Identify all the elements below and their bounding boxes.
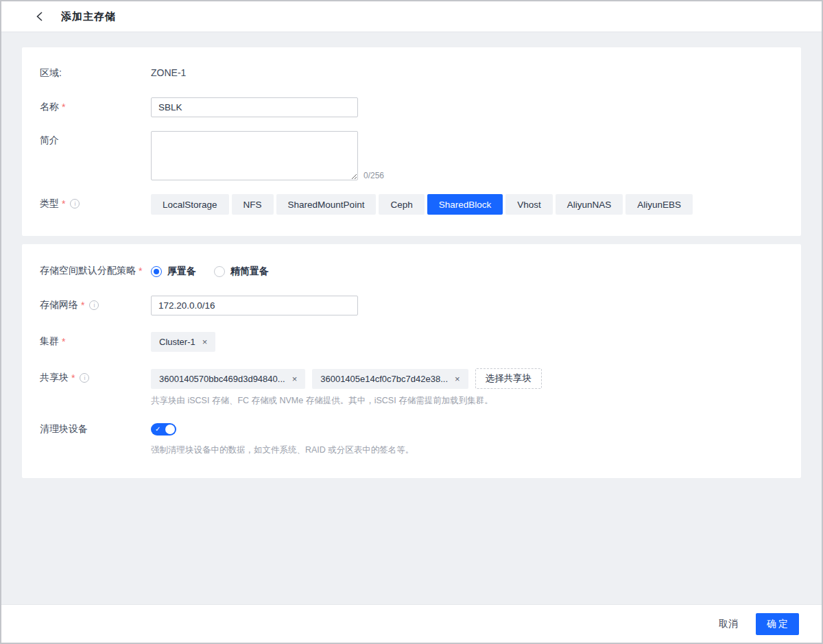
- type-option-localstorage[interactable]: LocalStorage: [151, 194, 229, 215]
- toggle-check-icon: ✓: [155, 425, 160, 434]
- shared-block-info-icon[interactable]: i: [80, 373, 89, 383]
- remove-cluster-tag-icon[interactable]: ×: [202, 337, 208, 346]
- radio-thin-provision[interactable]: 精简置备: [214, 265, 269, 278]
- type-row: 类型* i LocalStorage NFS SharedMountPoint …: [40, 194, 783, 215]
- network-row: 存储网络* i: [40, 296, 783, 315]
- remove-shared-block-tag-icon[interactable]: ×: [455, 374, 460, 383]
- type-option-sharedblock[interactable]: SharedBlock: [427, 194, 503, 215]
- back-chevron-icon: [36, 11, 43, 22]
- network-info-icon[interactable]: i: [89, 300, 99, 310]
- char-counter: 0/256: [363, 171, 384, 180]
- confirm-button[interactable]: 确定: [756, 613, 799, 635]
- type-label: 类型* i: [40, 194, 151, 210]
- zone-value: ZONE-1: [151, 67, 186, 78]
- type-option-ceph[interactable]: Ceph: [379, 194, 424, 215]
- basic-info-card: 区域: ZONE-1 名称* 简介 0/256 类型* i LocalStora…: [22, 47, 801, 236]
- cancel-button[interactable]: 取消: [719, 618, 738, 630]
- name-row: 名称*: [40, 97, 783, 117]
- allocation-label: 存储空间默认分配策略*: [40, 265, 151, 277]
- type-option-vhost[interactable]: Vhost: [505, 194, 553, 215]
- zone-label: 区域:: [40, 67, 151, 80]
- remove-shared-block-tag-icon[interactable]: ×: [292, 374, 298, 383]
- storage-network-input[interactable]: [151, 296, 358, 315]
- description-row: 简介 0/256: [40, 131, 783, 180]
- zone-row: 区域: ZONE-1: [40, 67, 783, 80]
- wipe-row: 清理块设备 ✓ 强制清理块设备中的数据，如文件系统、RAID 或分区表中的签名等…: [40, 423, 783, 456]
- shared-block-tag: 36001405e14cf0c7bc7d42e38... ×: [312, 369, 468, 389]
- page-title: 添加主存储: [61, 10, 116, 23]
- type-info-icon[interactable]: i: [70, 199, 80, 208]
- network-label: 存储网络* i: [40, 296, 151, 311]
- action-footer: 取消 确定: [1, 604, 822, 643]
- name-input[interactable]: [151, 97, 358, 117]
- description-label: 简介: [40, 131, 151, 147]
- shared-block-help-text: 共享块由 iSCSI 存储、FC 存储或 NVMe 存储提供。其中，iSCSI …: [151, 395, 542, 407]
- cluster-tag: Cluster-1 ×: [151, 332, 215, 352]
- required-asterisk: *: [62, 102, 65, 112]
- required-asterisk: *: [62, 198, 65, 209]
- radio-unselected-icon: [214, 266, 225, 277]
- radio-selected-icon: [151, 266, 162, 277]
- required-asterisk: *: [81, 300, 84, 311]
- cluster-label: 集群*: [40, 332, 151, 348]
- storage-type-selector: LocalStorage NFS SharedMountPoint Ceph S…: [151, 194, 693, 215]
- select-shared-block-button[interactable]: 选择共享块: [475, 368, 542, 389]
- allocation-row: 存储空间默认分配策略* 厚置备 精简置备: [40, 265, 783, 278]
- type-option-aliyunnas[interactable]: AliyunNAS: [556, 194, 623, 215]
- type-option-sharedmountpoint[interactable]: SharedMountPoint: [276, 194, 377, 215]
- cluster-row: 集群* Cluster-1 ×: [40, 332, 783, 352]
- wipe-toggle[interactable]: ✓: [151, 423, 176, 436]
- page-header: 添加主存储: [1, 1, 822, 32]
- sharedblock-settings-card: 存储空间默认分配策略* 厚置备 精简置备 存储网络* i 集群* Cluster…: [22, 244, 801, 478]
- required-asterisk: *: [71, 372, 75, 383]
- allocation-radio-group: 厚置备 精简置备: [151, 265, 269, 278]
- toggle-knob: [165, 425, 175, 434]
- shared-block-label: 共享块* i: [40, 368, 151, 384]
- wipe-label: 清理块设备: [40, 423, 151, 436]
- back-button[interactable]: [36, 11, 43, 22]
- shared-block-tag: 3600140570bbc469d3d94840... ×: [151, 369, 305, 389]
- description-textarea[interactable]: [151, 131, 358, 180]
- type-option-aliyunebs[interactable]: AliyunEBS: [625, 194, 693, 215]
- required-asterisk: *: [62, 336, 65, 347]
- name-label: 名称*: [40, 97, 151, 113]
- wipe-help-text: 强制清理块设备中的数据，如文件系统、RAID 或分区表中的签名等。: [151, 444, 414, 456]
- required-asterisk: *: [139, 265, 142, 276]
- shared-block-row: 共享块* i 3600140570bbc469d3d94840... × 360…: [40, 368, 783, 407]
- type-option-nfs[interactable]: NFS: [232, 194, 274, 215]
- radio-thick-provision[interactable]: 厚置备: [151, 265, 196, 278]
